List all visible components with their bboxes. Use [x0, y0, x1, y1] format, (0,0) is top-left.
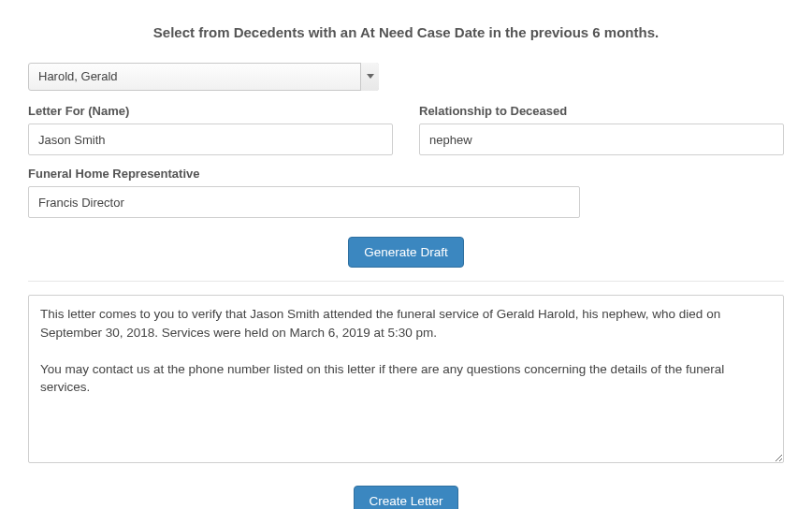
letter-for-input[interactable]: [28, 124, 393, 155]
decedent-select[interactable]: Harold, Gerald: [28, 63, 379, 91]
decedent-select-value: Harold, Gerald: [28, 63, 379, 91]
chevron-down-icon: [360, 63, 379, 91]
representative-input[interactable]: [28, 186, 580, 218]
generate-draft-button[interactable]: Generate Draft: [348, 237, 463, 268]
letter-body-textarea[interactable]: [28, 295, 784, 463]
section-divider: [28, 281, 784, 282]
page-heading: Select from Decedents with an At Need Ca…: [28, 24, 784, 40]
relationship-input[interactable]: [419, 124, 784, 155]
representative-label: Funeral Home Representative: [28, 167, 580, 181]
create-letter-button[interactable]: Create Letter: [354, 486, 459, 509]
letter-for-label: Letter For (Name): [28, 104, 393, 118]
relationship-label: Relationship to Deceased: [419, 104, 784, 118]
